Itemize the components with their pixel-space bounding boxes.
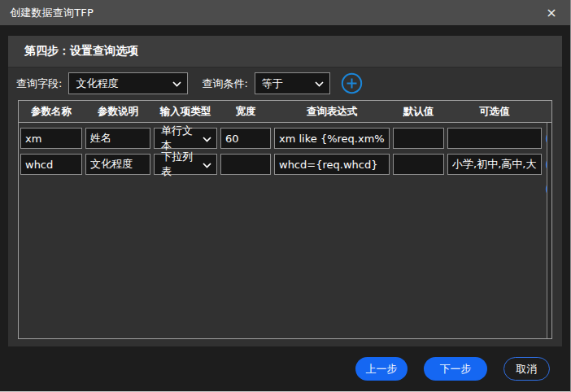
col-header-options: 可选值 (447, 105, 542, 119)
prev-step-button[interactable]: 上一步 (355, 357, 408, 381)
query-field-select[interactable]: 文化程度 (68, 72, 188, 94)
dialog-window: 创建数据查询TFP × 第四步：设置查询选项 查询字段: 文化程度 查询条件: … (0, 0, 571, 392)
chevron-down-icon (203, 137, 211, 142)
param-name-input[interactable] (20, 128, 82, 149)
width-input[interactable] (220, 154, 271, 175)
close-icon[interactable]: × (543, 4, 560, 22)
query-expression-input[interactable] (274, 154, 390, 175)
query-field-value: 文化程度 (76, 76, 118, 91)
add-parameter-button[interactable] (341, 72, 363, 94)
col-header-type: 输入项类型 (154, 105, 217, 119)
table-scrollbar[interactable] (547, 123, 551, 338)
titlebar: 创建数据查询TFP × (0, 0, 570, 25)
footer: 上一步 下一步 取消 (0, 346, 570, 391)
query-expression-input[interactable] (274, 128, 390, 149)
window-title: 创建数据查询TFP (10, 6, 94, 20)
chevron-down-icon (315, 81, 324, 87)
table-row: 单行文本 (19, 128, 551, 149)
options-input[interactable] (447, 154, 542, 175)
next-step-button[interactable]: 下一步 (424, 357, 487, 381)
parameters-table: 参数名称 参数说明 输入项类型 宽度 查询表达式 默认值 可选值 单行文本 (18, 100, 552, 339)
input-type-value: 下拉列表 (161, 150, 200, 179)
cancel-button[interactable]: 取消 (503, 357, 550, 381)
step-header: 第四步：设置查询选项 (8, 36, 562, 68)
param-desc-input[interactable] (85, 154, 150, 175)
col-header-expr: 查询表达式 (274, 105, 390, 119)
options-input[interactable] (447, 128, 542, 149)
plus-circle-icon (341, 72, 363, 94)
input-type-select[interactable]: 下拉列表 (154, 154, 217, 175)
table-header-row: 参数名称 参数说明 输入项类型 宽度 查询表达式 默认值 可选值 (19, 101, 551, 123)
col-header-name: 参数名称 (20, 105, 82, 119)
default-value-input[interactable] (393, 128, 444, 149)
col-header-default: 默认值 (393, 105, 444, 119)
table-row: 下拉列表 (19, 154, 551, 175)
col-header-desc: 参数说明 (85, 105, 150, 119)
param-name-input[interactable] (20, 154, 82, 175)
query-condition-value: 等于 (262, 76, 283, 91)
query-condition-label: 查询条件: (202, 76, 247, 91)
default-value-input[interactable] (393, 154, 444, 175)
main-panel: 第四步：设置查询选项 查询字段: 文化程度 查询条件: 等于 (8, 36, 562, 346)
input-type-select[interactable]: 单行文本 (154, 128, 217, 149)
query-field-label: 查询字段: (16, 76, 62, 91)
chevron-down-icon (203, 163, 211, 168)
query-condition-select[interactable]: 等于 (255, 72, 330, 94)
param-desc-input[interactable] (85, 128, 150, 149)
chevron-down-icon (172, 81, 181, 87)
input-type-value: 单行文本 (161, 124, 200, 153)
width-input[interactable] (220, 128, 271, 149)
table-row-empty (19, 180, 551, 198)
col-header-width: 宽度 (220, 105, 271, 119)
query-bar: 查询字段: 文化程度 查询条件: 等于 (8, 68, 562, 99)
